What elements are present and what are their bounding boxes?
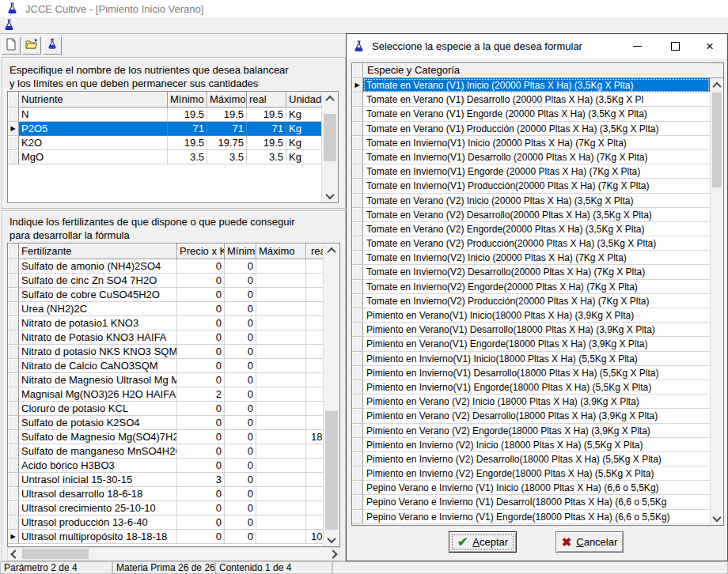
column-header[interactable]: real — [247, 92, 286, 108]
fertilizer-row[interactable]: ▶ Ultrasol desarrollo 18-6-18 0 0 — [8, 487, 339, 501]
scroll-down-button[interactable] — [322, 189, 338, 202]
fertilizer-row[interactable]: ▶ Nitrato de Potasio KNO3 HAIFA 0 0 — [8, 330, 339, 345]
fertilizer-price-cell: 0 — [177, 459, 225, 473]
column-header[interactable]: Precio x Kg — [177, 244, 225, 259]
scrollbar-thumb[interactable] — [22, 549, 89, 559]
species-vertical-scrollbar[interactable] — [710, 78, 723, 525]
column-header[interactable]: real — [306, 244, 324, 259]
species-list-item[interactable]: ▶ Pimiento en Verano (V2) Desarrollo(180… — [352, 409, 723, 423]
mdi-child-flask-icon[interactable] — [3, 19, 16, 32]
scroll-up-button[interactable] — [711, 78, 723, 92]
fertilizer-row[interactable]: ▶ Sulfato de potasio K2SO4 0 0 — [8, 416, 339, 430]
column-header[interactable]: Máximo — [207, 92, 247, 108]
species-list-item[interactable]: ▶ Tomate en Invierno(V2) Inicio (20000 P… — [352, 251, 723, 265]
fertilizer-real-cell — [306, 444, 324, 459]
species-list-item[interactable]: ▶ Pepino Verano e Invierno (V1) Inicio (… — [352, 481, 723, 495]
fertilizer-row[interactable]: ▶ Sulfato de Magnesio Mg(SO4)7H2O 0 0 18 — [8, 430, 339, 444]
status-materia-prima: Materia Prima 26 de 26 — [112, 561, 215, 574]
fertilizer-row[interactable]: ▶ Nitrato de Magnesio Ultrasol Mg Mg (NO… — [8, 373, 339, 387]
row-indicator: ▶ — [352, 280, 363, 294]
column-header[interactable]: Unidad — [286, 92, 323, 108]
species-list-item[interactable]: ▶ Tomate en Verano (V2) Desarrollo(20000… — [352, 208, 723, 222]
fertilizer-row[interactable]: ▶ Sulfato de amonio (NH4)2SO4 0 0 — [8, 259, 339, 274]
fertilizer-row[interactable]: ▶ Ultrasol multipropósito 18-18-18 0 0 1… — [8, 530, 339, 544]
fertilizer-row[interactable]: ▶ Sulfato de cobre CuSO45H2O 0 0 — [8, 288, 339, 302]
column-header[interactable]: Fertilizante — [19, 244, 177, 259]
fertilizer-row[interactable]: ▶ Sulfato de manganeso MnSO4H2O 0 0 — [8, 444, 339, 459]
species-list-item[interactable]: ▶ Tomate en Invierno(V2) Engorde(20000 P… — [352, 280, 723, 294]
dialog-titlebar[interactable]: Seleccione la especie a la que desea for… — [347, 34, 727, 59]
column-header[interactable]: Mínimo — [225, 244, 256, 259]
fertilizer-min-cell: 0 — [225, 259, 256, 274]
fertilizer-row[interactable]: ▶ Untrasol inicial 15-30-15 3 0 — [8, 473, 339, 487]
scroll-right-button[interactable] — [326, 548, 339, 560]
scroll-down-button[interactable] — [324, 533, 339, 546]
fertilizers-horizontal-scrollbar[interactable] — [7, 547, 340, 561]
species-list-item[interactable]: ▶ Pimiento en Invierno(V1) Inicio(18000 … — [352, 352, 723, 366]
nutrient-row[interactable]: ▶ K2O 19.5 19.75 19.5 Kg — [8, 136, 338, 150]
minimize-button[interactable] — [622, 34, 652, 59]
nutrient-row[interactable]: ▶ MgO 3.5 3.5 3.5 Kg — [8, 150, 338, 164]
nutrient-row[interactable]: ▶ P2O5 71 71 71 Kg — [8, 122, 338, 136]
species-list-item[interactable]: ▶ Pepino Verano e Invierno (V1) Desarrol… — [352, 495, 723, 509]
species-list-item[interactable]: ▶ Pimiento en Invierno(V1) Engorde(18000… — [352, 380, 723, 395]
fertilizer-name-cell: Nitrato de Magnesio Ultrasol Mg Mg (NO3)… — [19, 373, 177, 387]
scrollbar-thumb[interactable] — [712, 93, 722, 187]
fertilizer-row[interactable]: ▶ Magnisal Mg(NO3)26 H2O HAIFA 2 0 — [8, 387, 339, 402]
new-formula-button[interactable] — [43, 36, 62, 55]
species-list-item[interactable]: ▶ Tomate en Invierno(V1) Producción(2000… — [352, 179, 723, 193]
species-list-item[interactable]: ▶ Pimiento en Invierno (V2) Desarrollo(1… — [352, 452, 723, 466]
fertilizer-row[interactable]: ▶ Acido bórico H3BO3 0 0 — [8, 459, 339, 473]
species-list-item[interactable]: ▶ Tomate en Invierno(V2) Producción(2000… — [352, 294, 723, 308]
species-list-item[interactable]: ▶ Tomate en Invierno(V1) Inicio (20000 P… — [352, 136, 723, 150]
column-header[interactable]: Mínimo — [168, 92, 207, 108]
species-list-item[interactable]: ▶ Tomate en Verano (V1) Producción (2000… — [352, 122, 723, 136]
species-list-item[interactable]: ▶ Tomate en Verano (V1) Desarrollo (2000… — [352, 93, 723, 107]
species-list-item[interactable]: ▶ Pimiento en Verano(V1) Inicio(18000 Pl… — [352, 308, 723, 323]
scroll-up-button[interactable] — [324, 244, 339, 257]
species-list-item[interactable]: ▶ Tomate en Verano (V2) Inicio (20000 Pl… — [352, 194, 723, 208]
species-list-item[interactable]: ▶ Tomate en Invierno(V1) Desarrollo (200… — [352, 150, 723, 164]
fertilizer-row[interactable]: ▶ Urea (NH2)2C 0 0 — [8, 302, 339, 316]
species-list-item[interactable]: ▶ Tomate en Verano (V1) Engorde (20000 P… — [352, 107, 723, 121]
column-header[interactable]: Máximo — [256, 244, 306, 259]
scroll-up-button[interactable] — [322, 92, 338, 105]
row-indicator: ▶ — [8, 459, 19, 473]
column-header[interactable]: Nutriente — [19, 92, 168, 108]
fertilizer-row[interactable]: ▶ Cloruro de potasio KCL 0 0 — [8, 402, 339, 416]
fertilizer-row[interactable]: ▶ Sulfato de cinc Zn SO4 7H2O 0 0 — [8, 274, 339, 288]
species-list-item[interactable]: ▶ Tomate en Verano (V2) Producción(20000… — [352, 236, 723, 251]
fertilizer-row[interactable]: ▶ Nitrato de Calcio CaNO3SQM 0 0 — [8, 359, 339, 373]
fertilizer-row[interactable]: ▶ Nitrato de potasio1 KNO3 0 0 — [8, 316, 339, 330]
scrollbar-thumb[interactable] — [324, 114, 336, 161]
species-list-item[interactable]: ▶ Pimiento en Invierno (V2) Engorde(1800… — [352, 466, 723, 481]
accept-button[interactable]: ✔ Aceptar — [449, 531, 517, 553]
scroll-down-button[interactable] — [711, 512, 723, 525]
fertilizer-max-cell — [256, 530, 306, 544]
species-list-item[interactable]: ▶ Pimiento en Verano (V2) Inicio (18000 … — [352, 395, 723, 409]
fertilizer-row[interactable]: ▶ Nitrato d potasio NKS KNO3 SQM 0 0 — [8, 345, 339, 359]
species-column-header[interactable]: Especie y Categoría — [363, 63, 710, 78]
species-list-item[interactable]: ▶ Tomate en Invierno(V2) Desarrollo(2000… — [352, 265, 723, 279]
species-list-item[interactable]: ▶ Tomate en Invierno(V1) Engorde (20000 … — [352, 164, 723, 179]
species-list-item[interactable]: ▶ Pimiento en Invierno(V1) Desarrollo(18… — [352, 366, 723, 380]
maximize-button[interactable] — [660, 34, 690, 59]
fertilizers-vertical-scrollbar[interactable] — [323, 244, 339, 546]
species-list-item[interactable]: ▶ Tomate en Verano (V1) Inicio (20000 Pl… — [352, 78, 723, 93]
nutrient-row[interactable]: ▶ N 19.5 19.5 19.5 Kg — [8, 108, 338, 122]
species-list-item[interactable]: ▶ Pepino Verano e Invierno (V1) Engorde(… — [352, 510, 723, 524]
fertilizer-row[interactable]: ▶ Ultrasol crecimiento 25-10-10 0 0 — [8, 501, 339, 515]
species-list-item[interactable]: ▶ Pimiento en Invierno (V2) Inicio (1800… — [352, 438, 723, 452]
close-button[interactable]: × — [693, 34, 726, 59]
nutrients-vertical-scrollbar[interactable] — [321, 92, 338, 202]
species-list-item[interactable]: ▶ Pimiento en Verano(V1) Desarrollo(1800… — [352, 323, 723, 337]
fertilizer-row[interactable]: ▶ Ultrasol producción 13-6-40 0 0 — [8, 515, 339, 530]
species-list-item[interactable]: ▶ Pimiento en Verano(V1) Engorde(18000 P… — [352, 337, 723, 351]
cancel-button[interactable]: ✖ Cancelar — [555, 531, 624, 553]
scrollbar-thumb[interactable] — [325, 411, 338, 530]
species-list-item[interactable]: ▶ Pimiento en Verano (V2) Engorde(18000 … — [352, 424, 723, 438]
open-file-button[interactable] — [22, 36, 41, 55]
scroll-left-button[interactable] — [8, 548, 21, 560]
species-list-item[interactable]: ▶ Tomate en Verano (V2) Engorde(20000 Pl… — [352, 222, 723, 236]
new-document-button[interactable] — [2, 36, 21, 55]
